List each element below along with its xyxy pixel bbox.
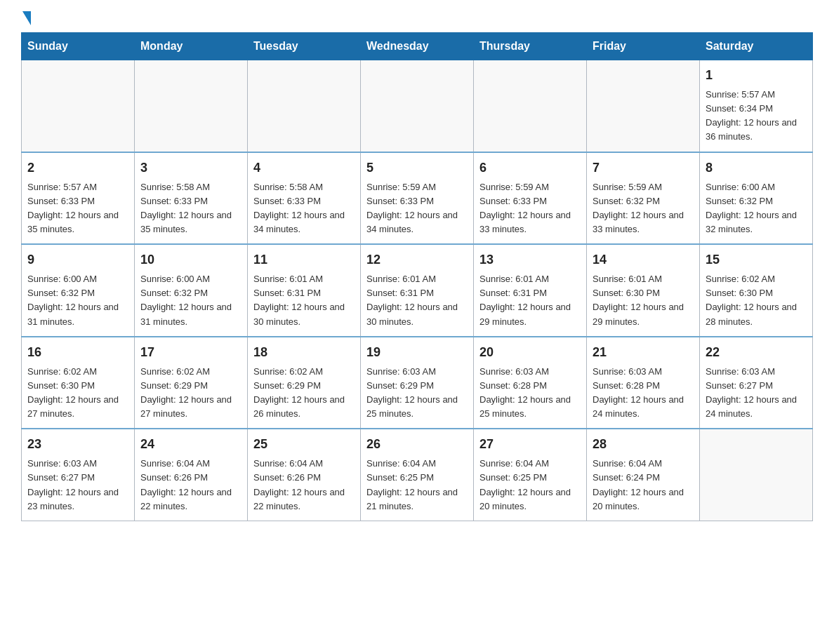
- calendar-day-cell: 14Sunrise: 6:01 AM Sunset: 6:30 PM Dayli…: [587, 244, 700, 337]
- day-number: 17: [140, 343, 241, 362]
- day-info: Sunrise: 5:59 AM Sunset: 6:33 PM Dayligh…: [366, 180, 468, 237]
- day-number: 15: [706, 250, 807, 269]
- day-number: 24: [140, 435, 241, 454]
- day-number: 11: [253, 250, 355, 269]
- calendar-day-cell: 16Sunrise: 6:02 AM Sunset: 6:30 PM Dayli…: [22, 337, 135, 429]
- calendar-day-cell: 28Sunrise: 6:04 AM Sunset: 6:24 PM Dayli…: [587, 429, 700, 521]
- day-number: 27: [479, 435, 581, 454]
- calendar-day-cell: 7Sunrise: 5:59 AM Sunset: 6:32 PM Daylig…: [587, 152, 700, 245]
- day-info: Sunrise: 5:59 AM Sunset: 6:33 PM Dayligh…: [479, 180, 581, 237]
- calendar-day-cell: 26Sunrise: 6:04 AM Sunset: 6:25 PM Dayli…: [361, 429, 474, 521]
- calendar-day-cell: 21Sunrise: 6:03 AM Sunset: 6:28 PM Dayli…: [587, 337, 700, 429]
- calendar-day-cell: 17Sunrise: 6:02 AM Sunset: 6:29 PM Dayli…: [135, 337, 248, 429]
- day-info: Sunrise: 6:01 AM Sunset: 6:31 PM Dayligh…: [253, 272, 355, 329]
- day-number: 12: [366, 250, 468, 269]
- day-info: Sunrise: 5:57 AM Sunset: 6:34 PM Dayligh…: [706, 88, 807, 145]
- calendar-day-cell: 9Sunrise: 6:00 AM Sunset: 6:32 PM Daylig…: [22, 244, 135, 337]
- calendar-day-cell: [474, 60, 587, 152]
- day-number: 8: [706, 159, 807, 177]
- day-info: Sunrise: 6:02 AM Sunset: 6:29 PM Dayligh…: [253, 365, 355, 422]
- day-number: 9: [27, 250, 128, 269]
- day-number: 13: [479, 250, 581, 269]
- calendar-day-cell: [361, 60, 474, 152]
- day-number: 10: [140, 250, 241, 269]
- calendar-day-header: Thursday: [474, 33, 587, 60]
- day-info: Sunrise: 6:04 AM Sunset: 6:24 PM Dayligh…: [593, 457, 694, 514]
- day-number: 20: [479, 343, 581, 362]
- calendar-day-cell: 11Sunrise: 6:01 AM Sunset: 6:31 PM Dayli…: [248, 244, 361, 337]
- calendar-day-cell: 8Sunrise: 6:00 AM Sunset: 6:32 PM Daylig…: [700, 152, 813, 245]
- day-number: 19: [366, 343, 468, 362]
- day-info: Sunrise: 6:04 AM Sunset: 6:26 PM Dayligh…: [140, 457, 241, 514]
- calendar-day-header: Monday: [135, 33, 248, 60]
- calendar-day-cell: 25Sunrise: 6:04 AM Sunset: 6:26 PM Dayli…: [248, 429, 361, 521]
- day-number: 26: [366, 435, 468, 454]
- day-info: Sunrise: 6:03 AM Sunset: 6:29 PM Dayligh…: [366, 365, 468, 422]
- calendar-day-header: Sunday: [22, 33, 135, 60]
- day-number: 3: [140, 159, 241, 177]
- day-number: 1: [706, 66, 807, 85]
- calendar-day-cell: 18Sunrise: 6:02 AM Sunset: 6:29 PM Dayli…: [248, 337, 361, 429]
- calendar-day-header: Tuesday: [248, 33, 361, 60]
- day-number: 18: [253, 343, 355, 362]
- day-info: Sunrise: 5:57 AM Sunset: 6:33 PM Dayligh…: [27, 180, 128, 237]
- day-info: Sunrise: 6:04 AM Sunset: 6:25 PM Dayligh…: [366, 457, 468, 514]
- day-number: 2: [27, 159, 128, 177]
- calendar-day-cell: 19Sunrise: 6:03 AM Sunset: 6:29 PM Dayli…: [361, 337, 474, 429]
- day-info: Sunrise: 6:02 AM Sunset: 6:30 PM Dayligh…: [706, 272, 807, 329]
- day-info: Sunrise: 6:03 AM Sunset: 6:27 PM Dayligh…: [27, 457, 128, 514]
- calendar-day-cell: 3Sunrise: 5:58 AM Sunset: 6:33 PM Daylig…: [135, 152, 248, 245]
- day-number: 4: [253, 159, 355, 177]
- calendar-day-cell: 2Sunrise: 5:57 AM Sunset: 6:33 PM Daylig…: [22, 152, 135, 245]
- logo: [21, 14, 31, 25]
- day-number: 23: [27, 435, 128, 454]
- calendar-day-cell: 23Sunrise: 6:03 AM Sunset: 6:27 PM Dayli…: [22, 429, 135, 521]
- calendar-day-header: Friday: [587, 33, 700, 60]
- day-info: Sunrise: 6:03 AM Sunset: 6:28 PM Dayligh…: [593, 365, 694, 422]
- calendar-day-cell: 27Sunrise: 6:04 AM Sunset: 6:25 PM Dayli…: [474, 429, 587, 521]
- day-info: Sunrise: 6:03 AM Sunset: 6:28 PM Dayligh…: [479, 365, 581, 422]
- calendar-day-header: Wednesday: [361, 33, 474, 60]
- calendar-day-cell: 5Sunrise: 5:59 AM Sunset: 6:33 PM Daylig…: [361, 152, 474, 245]
- day-info: Sunrise: 6:01 AM Sunset: 6:30 PM Dayligh…: [593, 272, 694, 329]
- day-info: Sunrise: 6:04 AM Sunset: 6:26 PM Dayligh…: [253, 457, 355, 514]
- calendar-week-row: 23Sunrise: 6:03 AM Sunset: 6:27 PM Dayli…: [22, 429, 813, 521]
- calendar-day-header: Saturday: [700, 33, 813, 60]
- calendar-week-row: 1Sunrise: 5:57 AM Sunset: 6:34 PM Daylig…: [22, 60, 813, 152]
- calendar-day-cell: 22Sunrise: 6:03 AM Sunset: 6:27 PM Dayli…: [700, 337, 813, 429]
- day-info: Sunrise: 6:02 AM Sunset: 6:30 PM Dayligh…: [27, 365, 128, 422]
- day-number: 22: [706, 343, 807, 362]
- day-info: Sunrise: 6:02 AM Sunset: 6:29 PM Dayligh…: [140, 365, 241, 422]
- day-info: Sunrise: 5:58 AM Sunset: 6:33 PM Dayligh…: [253, 180, 355, 237]
- day-number: 16: [27, 343, 128, 362]
- day-info: Sunrise: 5:58 AM Sunset: 6:33 PM Dayligh…: [140, 180, 241, 237]
- calendar-day-cell: 13Sunrise: 6:01 AM Sunset: 6:31 PM Dayli…: [474, 244, 587, 337]
- calendar-day-cell: 4Sunrise: 5:58 AM Sunset: 6:33 PM Daylig…: [248, 152, 361, 245]
- day-info: Sunrise: 6:00 AM Sunset: 6:32 PM Dayligh…: [27, 272, 128, 329]
- day-number: 7: [593, 159, 694, 177]
- calendar-day-cell: 1Sunrise: 5:57 AM Sunset: 6:34 PM Daylig…: [700, 60, 813, 152]
- calendar-day-cell: 24Sunrise: 6:04 AM Sunset: 6:26 PM Dayli…: [135, 429, 248, 521]
- day-info: Sunrise: 6:04 AM Sunset: 6:25 PM Dayligh…: [479, 457, 581, 514]
- day-number: 6: [479, 159, 581, 177]
- day-info: Sunrise: 6:01 AM Sunset: 6:31 PM Dayligh…: [479, 272, 581, 329]
- calendar-day-cell: [22, 60, 135, 152]
- day-info: Sunrise: 6:00 AM Sunset: 6:32 PM Dayligh…: [706, 180, 807, 237]
- day-info: Sunrise: 6:03 AM Sunset: 6:27 PM Dayligh…: [706, 365, 807, 422]
- day-info: Sunrise: 5:59 AM Sunset: 6:32 PM Dayligh…: [593, 180, 694, 237]
- calendar-day-cell: [135, 60, 248, 152]
- day-number: 25: [253, 435, 355, 454]
- logo-triangle-icon: [22, 11, 31, 25]
- calendar-week-row: 2Sunrise: 5:57 AM Sunset: 6:33 PM Daylig…: [22, 152, 813, 245]
- calendar-day-cell: [587, 60, 700, 152]
- day-info: Sunrise: 6:01 AM Sunset: 6:31 PM Dayligh…: [366, 272, 468, 329]
- calendar-day-cell: 20Sunrise: 6:03 AM Sunset: 6:28 PM Dayli…: [474, 337, 587, 429]
- day-info: Sunrise: 6:00 AM Sunset: 6:32 PM Dayligh…: [140, 272, 241, 329]
- day-number: 21: [593, 343, 694, 362]
- calendar-week-row: 16Sunrise: 6:02 AM Sunset: 6:30 PM Dayli…: [22, 337, 813, 429]
- day-number: 5: [366, 159, 468, 177]
- calendar-day-cell: [700, 429, 813, 521]
- calendar-day-cell: 6Sunrise: 5:59 AM Sunset: 6:33 PM Daylig…: [474, 152, 587, 245]
- calendar-day-cell: [248, 60, 361, 152]
- day-number: 14: [593, 250, 694, 269]
